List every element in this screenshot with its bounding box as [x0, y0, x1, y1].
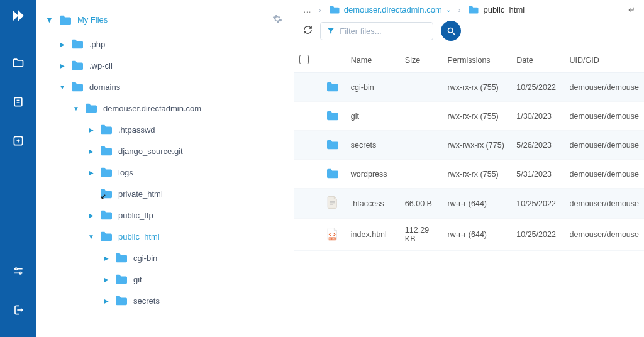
toolbar [294, 18, 644, 48]
cell-name: secrets [346, 131, 400, 160]
cell-permissions: rwx-rwx-rx (775) [443, 131, 512, 160]
cell-permissions: rw-r-r (644) [443, 219, 512, 251]
tree-item-label: logs [118, 168, 133, 177]
folder-icon [99, 145, 113, 157]
folder-icon [114, 273, 128, 285]
tree-root[interactable]: ▼ My Files [45, 14, 108, 26]
breadcrumb-current: public_html [468, 5, 525, 14]
tree-header: ▼ My Files [44, 11, 286, 33]
table-row[interactable]: .htaccess66.00 Brw-r-r (644)10/25/2022de… [294, 189, 644, 219]
table-row[interactable]: gitrwx-rx-rx (755)1/30/2023demouser/demo… [294, 102, 644, 131]
col-size[interactable]: Size [400, 48, 443, 73]
folder-icon [99, 209, 113, 221]
col-uidgid[interactable]: UID/GID [565, 48, 644, 73]
folder-icon [99, 231, 113, 242]
folder-icon [114, 252, 128, 263]
cell-name: cgi-bin [346, 73, 400, 102]
tree-item[interactable]: ▶git [44, 268, 286, 290]
cell-uidgid: demouser/demouse [565, 73, 644, 102]
tree-item-label: public_html [118, 232, 160, 241]
app-logo [10, 8, 26, 26]
tree-item-label: .htpasswd [118, 125, 155, 135]
breadcrumb-domain[interactable]: demouser.directadmin.com ⌄ [329, 5, 451, 14]
svg-line-13 [452, 32, 455, 35]
col-permissions[interactable]: Permissions [443, 48, 512, 73]
svg-point-6 [15, 268, 17, 270]
return-icon[interactable]: ↵ [628, 5, 635, 14]
cell-name: .htaccess [346, 189, 400, 219]
cell-permissions: rwx-rx-rx (755) [443, 160, 512, 189]
tree-item[interactable]: ▶cgi-bin [44, 247, 286, 268]
col-date[interactable]: Date [511, 48, 564, 73]
folder-icon [326, 109, 340, 123]
reload-button[interactable] [303, 25, 313, 36]
nav-files-icon[interactable] [6, 51, 30, 75]
tree-item[interactable]: ▶public_ftp [44, 204, 286, 226]
file-tree-panel: ▼ My Files ▶.php▶.wp-cli▼domains▼demouse… [36, 0, 294, 337]
file-html-icon: HTML [326, 227, 340, 241]
caret-down-icon: ▼ [45, 15, 53, 25]
cell-date: 10/25/2022 [511, 219, 564, 251]
cell-name: index.html [346, 219, 400, 251]
folder-icon [468, 5, 479, 14]
cell-permissions: rw-r-r (644) [443, 189, 512, 219]
folder-icon [99, 124, 113, 135]
tree-item[interactable]: ▶private_html [44, 183, 286, 204]
cell-size [400, 160, 443, 189]
table-row[interactable]: HTMLindex.html112.29 KBrw-r-r (644)10/25… [294, 219, 644, 251]
table-row[interactable]: cgi-binrwx-rx-rx (755)10/25/2022demouser… [294, 73, 644, 102]
cell-uidgid: demouser/demouse [565, 131, 644, 160]
tree-item[interactable]: ▶django_source.git [44, 140, 286, 162]
folder-symlink-icon [99, 188, 113, 199]
svg-point-9 [19, 272, 21, 274]
caret-right-icon: ▶ [59, 41, 65, 48]
caret-right-icon: ▶ [103, 255, 109, 262]
cell-uidgid: demouser/demouse [565, 189, 644, 219]
folder-icon [70, 81, 84, 92]
search-input[interactable] [340, 26, 426, 36]
cell-uidgid: demouser/demouse [565, 219, 644, 251]
chevron-down-icon: ⌄ [446, 6, 451, 13]
nav-document-icon[interactable] [6, 90, 30, 114]
select-all-checkbox[interactable] [299, 55, 309, 64]
tree-item[interactable]: ▶.wp-cli [44, 55, 286, 76]
col-name[interactable]: Name [346, 48, 400, 73]
tree-item-label: git [133, 275, 142, 284]
table-row[interactable]: secretsrwx-rwx-rx (775)5/26/2023demouser… [294, 131, 644, 160]
folder-icon [70, 38, 84, 50]
caret-down-icon: ▼ [73, 105, 79, 112]
caret-right-icon: ▶ [88, 126, 94, 133]
tree-item[interactable]: ▶.php [44, 33, 286, 55]
tree-item[interactable]: ▼public_html [44, 226, 286, 247]
search-button[interactable] [441, 21, 461, 41]
cell-permissions: rwx-rx-rx (755) [443, 73, 512, 102]
tree-item-label: .php [89, 40, 105, 49]
cell-permissions: rwx-rx-rx (755) [443, 102, 512, 131]
search-input-wrap[interactable] [320, 22, 433, 40]
table-row[interactable]: wordpressrwx-rx-rx (755)5/31/2023demouse… [294, 160, 644, 189]
tree-item-label: private_html [118, 189, 163, 199]
tree-item[interactable]: ▶logs [44, 162, 286, 183]
cell-date: 5/31/2023 [511, 160, 564, 189]
tree-item[interactable]: ▼domains [44, 76, 286, 97]
nav-logout-icon[interactable] [6, 298, 30, 322]
tree-item[interactable]: ▶.htpasswd [44, 119, 286, 140]
caret-right-icon: ▶ [103, 297, 109, 304]
filter-icon [327, 26, 335, 35]
file-table: Name Size Permissions Date UID/GID cgi-b… [294, 48, 644, 251]
tree-item[interactable]: ▶secrets [44, 290, 286, 311]
tree-item-label: django_source.git [118, 146, 183, 156]
caret-right-icon: ▶ [88, 212, 94, 219]
breadcrumb-ellipsis[interactable]: … [303, 5, 311, 14]
cell-uidgid: demouser/demouse [565, 102, 644, 131]
cell-date: 10/25/2022 [511, 189, 564, 219]
cell-size [400, 131, 443, 160]
svg-text:HTML: HTML [329, 237, 336, 240]
nav-settings-icon[interactable] [6, 259, 30, 283]
cell-name: wordpress [346, 160, 400, 189]
gear-icon[interactable] [272, 14, 282, 26]
cell-date: 5/26/2023 [511, 131, 564, 160]
breadcrumb-current-label: public_html [483, 5, 525, 14]
nav-add-icon[interactable] [6, 129, 30, 153]
tree-item[interactable]: ▼demouser.directadmin.com [44, 97, 286, 119]
